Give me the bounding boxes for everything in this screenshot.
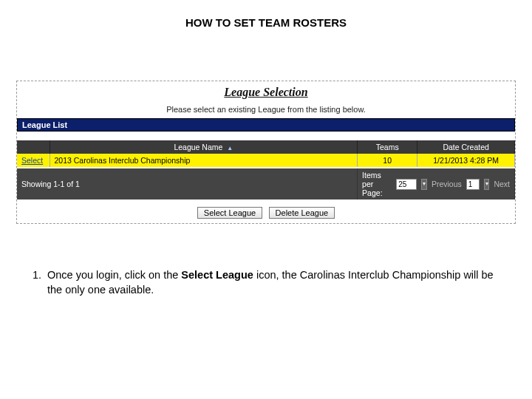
cell-teams: 10 — [358, 154, 417, 168]
select-link[interactable]: Select — [21, 156, 43, 165]
col-header-teams[interactable]: Teams — [358, 140, 417, 154]
items-dropdown-icon[interactable]: ▾ — [421, 179, 427, 190]
col-header-date[interactable]: Date Created — [417, 140, 515, 154]
page-title: HOW TO SET TEAM ROSTERS — [0, 16, 532, 29]
col-header-league-name[interactable]: League Name ▲ — [50, 140, 358, 154]
instruction-item: Once you login, click on the Select Leag… — [44, 268, 502, 297]
items-per-page-label: Items per Page: — [362, 171, 390, 197]
instruction-bold: Select League — [181, 269, 253, 281]
pager-controls: Items per Page: ▾ Previous ▾ Next — [362, 171, 510, 197]
cell-select: Select — [17, 154, 50, 168]
instruction-list: Once you login, click on the Select Leag… — [44, 268, 502, 297]
pager-showing: Showing 1-1 of 1 — [17, 168, 358, 200]
panel-heading: League Selection — [17, 86, 515, 99]
pager-next[interactable]: Next — [494, 180, 510, 188]
items-per-page-input[interactable] — [396, 179, 417, 190]
col-header-empty — [17, 140, 50, 154]
sort-asc-icon[interactable]: ▲ — [227, 145, 233, 151]
col-header-label: League Name — [174, 143, 222, 151]
pager-page-input[interactable] — [466, 179, 480, 190]
league-selection-panel: League Selection Please select an existi… — [16, 81, 516, 224]
section-label: League List — [17, 118, 515, 132]
pager-row: Showing 1-1 of 1 Items per Page: ▾ Previ… — [17, 168, 515, 200]
panel-subtext: Please select an existing League from th… — [17, 105, 515, 114]
button-row: Select League Delete League — [17, 205, 515, 219]
league-table: League Name ▲ Teams Date Created Select … — [17, 140, 515, 200]
select-league-button[interactable]: Select League — [197, 207, 262, 219]
pager-previous[interactable]: Previous — [432, 180, 462, 188]
cell-date: 1/21/2013 4:28 PM — [417, 154, 515, 168]
pager-page-dropdown-icon[interactable]: ▾ — [484, 179, 490, 190]
cell-league-name: 2013 Carolinas Interclub Championship — [50, 154, 358, 168]
delete-league-button[interactable]: Delete League — [269, 207, 335, 219]
table-row: Select 2013 Carolinas Interclub Champion… — [17, 154, 515, 168]
instruction-text-prefix: Once you login, click on the — [47, 269, 181, 281]
